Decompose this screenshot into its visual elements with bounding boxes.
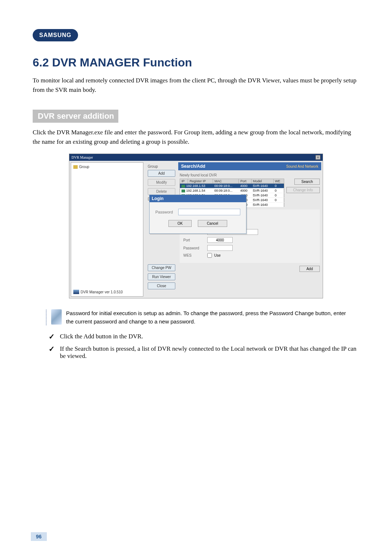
wes-label: WES xyxy=(183,253,205,257)
change-pw-button[interactable]: Change PW xyxy=(148,264,175,271)
cell-we: 0 xyxy=(273,184,284,188)
tree-root-group[interactable]: Group xyxy=(73,165,141,169)
group-add-button[interactable]: Add xyxy=(148,170,175,177)
run-viewer-button[interactable]: Run Viewer xyxy=(148,273,175,280)
wes-use-text: Use xyxy=(214,253,221,257)
window-title: DVR Manager xyxy=(72,155,93,159)
folder-icon xyxy=(73,165,78,169)
version-text: DVR Manager ver 1.0.510 xyxy=(81,290,123,294)
tip-text: Password for initial execution is setup … xyxy=(66,309,352,326)
login-password-label: Password xyxy=(155,210,176,214)
cell-we: 0 xyxy=(273,193,284,198)
version-line: DVR Manager ver 1.0.510 xyxy=(73,290,123,294)
section-title: 6.2 DVR MANAGER Function xyxy=(33,56,359,69)
cell-model: SVR-1640 xyxy=(251,203,273,207)
cell-port: 4000 xyxy=(239,188,251,193)
sound-network-link[interactable]: Sound And Network xyxy=(286,164,318,168)
wes-use-checkbox[interactable] xyxy=(207,253,212,258)
app-icon xyxy=(73,290,79,294)
group-delete-button[interactable]: Delete xyxy=(148,188,175,195)
paragraph-2: Click the DVR Manager.exe file and enter… xyxy=(33,128,359,146)
page-number: 96 xyxy=(31,532,47,541)
password-label-form: Password xyxy=(183,246,205,250)
subsection-title: DVR server addition xyxy=(33,110,118,123)
port-label: Port xyxy=(183,238,205,242)
section-name: DVR MANAGER Function xyxy=(52,56,192,69)
group-label: Group xyxy=(148,164,175,168)
check-icon: ✓ xyxy=(49,333,55,340)
intro-paragraph: To monitor local and remotely connected … xyxy=(33,76,359,94)
section-number: 6.2 xyxy=(33,56,49,69)
cell-model: SVR-1640 xyxy=(251,184,273,188)
search-add-bar: Search/Add Sound And Network xyxy=(178,162,321,170)
monitor-icon xyxy=(181,190,185,192)
check-item-1: ✓ Click the Add button in the DVR. xyxy=(49,333,359,340)
login-password-input[interactable] xyxy=(178,209,240,215)
col-model[interactable]: Model xyxy=(251,179,273,184)
login-dialog: Login Password OK Cancel xyxy=(149,195,246,234)
cell-model: SVR-1640 xyxy=(251,193,273,198)
cell-port: 4000 xyxy=(239,184,251,188)
cell-mac: 00:09:18:0... xyxy=(213,184,238,188)
window-close-button[interactable]: × xyxy=(315,155,320,160)
col-ip[interactable]: IP xyxy=(180,179,188,184)
monitor-icon xyxy=(181,185,185,188)
tree-panel: Group DVR Manager ver 1.0.510 xyxy=(71,162,143,297)
search-add-title: Search/Add xyxy=(181,164,205,169)
note-icon xyxy=(51,309,62,325)
add-dvr-button[interactable]: Add xyxy=(299,266,320,272)
login-cancel-button[interactable]: Cancel xyxy=(198,220,227,227)
check-text-2: If the Search button is pressed, a list … xyxy=(60,345,359,360)
password-input-form[interactable] xyxy=(207,245,233,251)
check-text-1: Click the Add button in the DVR. xyxy=(60,333,143,340)
tree-root-label: Group xyxy=(79,165,89,169)
close-button[interactable]: Close xyxy=(148,282,175,289)
login-ok-button[interactable]: OK xyxy=(168,220,192,227)
table-row[interactable]: 192.168.1.54 00:09:18:0... 4000 SVR-1640… xyxy=(180,188,284,193)
cell-ip: 192.168.1.54 xyxy=(186,189,205,192)
cell-we: 0 xyxy=(273,198,284,203)
dvr-manager-window: DVR Manager × Group DVR Manager ver 1.0.… xyxy=(69,154,323,298)
col-port[interactable]: Port xyxy=(239,179,251,184)
brand-logo: SAMSUNG xyxy=(33,29,78,41)
cell-we: 0 xyxy=(273,188,284,193)
col-mac[interactable]: MAC xyxy=(213,179,238,184)
table-row[interactable]: 192.168.1.53 00:09:18:0... 4000 SVR-1640… xyxy=(180,184,284,188)
cell-ip: 192.168.1.53 xyxy=(186,184,205,188)
change-info-button[interactable]: Change Info xyxy=(286,187,320,193)
search-button[interactable]: Search xyxy=(294,179,320,185)
check-item-2: ✓ If the Search button is pressed, a lis… xyxy=(49,345,359,360)
cell-model: SVR-1640 xyxy=(251,188,273,193)
found-label: Newly found local DVR xyxy=(180,173,320,177)
port-input[interactable] xyxy=(207,237,233,243)
group-modify-button[interactable]: Modify xyxy=(148,179,175,186)
cell-mac: 00:09:18:0... xyxy=(213,188,238,193)
col-regip[interactable]: Register IP xyxy=(188,179,213,184)
col-we[interactable]: WE xyxy=(273,179,284,184)
check-icon: ✓ xyxy=(49,345,55,353)
login-title: Login xyxy=(150,195,246,202)
tip-block: Password for initial execution is setup … xyxy=(46,309,352,326)
cell-model: SVR-1640 xyxy=(251,198,273,203)
tip-side-band xyxy=(46,309,47,326)
window-titlebar: DVR Manager × xyxy=(69,154,323,161)
